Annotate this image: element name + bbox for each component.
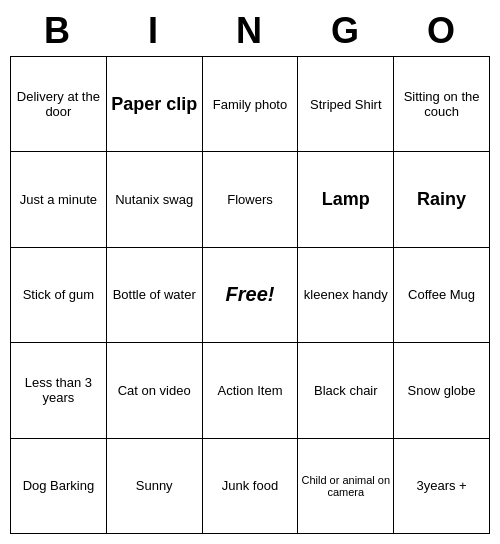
bingo-cell-r3-c2: Action Item: [202, 343, 298, 438]
title-g: G: [298, 10, 394, 52]
title-b: B: [10, 10, 106, 52]
bingo-title: B I N G O: [10, 10, 490, 52]
bingo-cell-r4-c3: Child or animal on camera: [298, 438, 394, 533]
bingo-cell-r4-c0: Dog Barking: [11, 438, 107, 533]
bingo-cell-r2-c2: Free!: [202, 247, 298, 342]
bingo-cell-r0-c0: Delivery at the door: [11, 57, 107, 152]
bingo-cell-r3-c0: Less than 3 years: [11, 343, 107, 438]
bingo-cell-r1-c3: Lamp: [298, 152, 394, 247]
bingo-cell-r0-c3: Striped Shirt: [298, 57, 394, 152]
bingo-cell-r4-c1: Sunny: [106, 438, 202, 533]
bingo-cell-r2-c4: Coffee Mug: [394, 247, 490, 342]
bingo-cell-r3-c1: Cat on video: [106, 343, 202, 438]
title-n: N: [202, 10, 298, 52]
bingo-cell-r1-c2: Flowers: [202, 152, 298, 247]
bingo-cell-r0-c2: Family photo: [202, 57, 298, 152]
bingo-grid: Delivery at the doorPaper clipFamily pho…: [10, 56, 490, 534]
bingo-cell-r1-c1: Nutanix swag: [106, 152, 202, 247]
bingo-cell-r2-c3: kleenex handy: [298, 247, 394, 342]
bingo-cell-r4-c2: Junk food: [202, 438, 298, 533]
bingo-cell-r3-c3: Black chair: [298, 343, 394, 438]
bingo-cell-r3-c4: Snow globe: [394, 343, 490, 438]
bingo-cell-r0-c1: Paper clip: [106, 57, 202, 152]
bingo-cell-r0-c4: Sitting on the couch: [394, 57, 490, 152]
title-o: O: [394, 10, 490, 52]
bingo-cell-r2-c0: Stick of gum: [11, 247, 107, 342]
bingo-cell-r4-c4: 3years +: [394, 438, 490, 533]
title-i: I: [106, 10, 202, 52]
bingo-cell-r1-c0: Just a minute: [11, 152, 107, 247]
bingo-cell-r1-c4: Rainy: [394, 152, 490, 247]
bingo-cell-r2-c1: Bottle of water: [106, 247, 202, 342]
